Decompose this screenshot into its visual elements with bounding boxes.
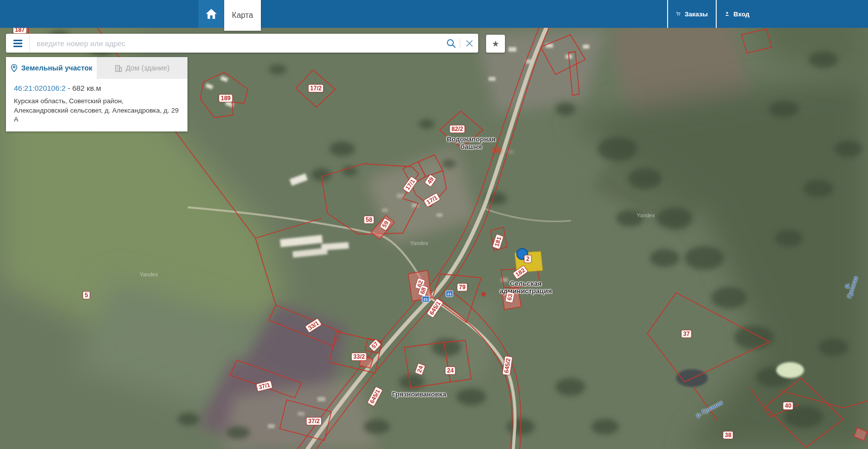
tab-map-label: Карта <box>232 11 253 20</box>
clear-search-button[interactable] <box>460 34 478 53</box>
transit-label[interactable]: 21 <box>422 296 430 303</box>
star-icon: ★ <box>492 39 499 49</box>
parcel-label[interactable]: 82/2 <box>449 125 465 133</box>
parcel-label[interactable]: 40 <box>783 402 793 410</box>
parcel-label[interactable]: 5 <box>83 291 90 299</box>
cadastral-number-link[interactable]: 46:21:020106:2 <box>14 84 65 92</box>
hamburger-icon <box>13 40 22 41</box>
parcel-label[interactable]: 37 <box>681 330 691 338</box>
login-button[interactable]: Вход <box>716 0 757 28</box>
search-input[interactable] <box>30 39 442 48</box>
parcel-label[interactable]: 37/2 <box>306 417 321 425</box>
search-submit-button[interactable] <box>442 34 460 53</box>
watermark-label: Yandex <box>637 212 655 218</box>
clear-icon <box>466 40 473 47</box>
tab-land-parcel-label: Земельный участок <box>21 64 93 72</box>
parcel-label[interactable]: 79 <box>457 283 467 291</box>
place-label: Водонапорная башня <box>447 135 496 150</box>
tab-building-label: Дом (здание) <box>125 64 170 72</box>
parcel-label[interactable]: 63 <box>505 291 515 303</box>
building-icon <box>115 64 122 72</box>
search-bar <box>6 34 478 53</box>
parcel-label[interactable]: 645/2 <box>502 356 512 376</box>
parcel-info-panel: Земельный участок Дом (здание) 46:21:020… <box>6 57 187 131</box>
parcel-label[interactable]: 24 <box>445 367 455 375</box>
login-label: Вход <box>734 10 749 18</box>
favorites-button[interactable]: ★ <box>486 35 505 53</box>
parcel-label[interactable]: 2 <box>524 255 532 263</box>
header-bar: Карта Заказы Вход <box>0 0 868 28</box>
watermark-label: Yandex <box>410 240 429 246</box>
parcel-label[interactable]: 49 <box>424 174 436 188</box>
tab-land-parcel[interactable]: Земельный участок <box>6 57 97 79</box>
water-label: р. Грязная <box>695 399 724 418</box>
water-label: р. Грязная <box>841 274 859 299</box>
parcel-area: 682 кв.м <box>72 84 101 92</box>
parcel-label[interactable]: 17/1 <box>423 192 440 207</box>
watermark-label: Yandex <box>140 271 158 277</box>
parcel-address: Курская область, Советский район, Алекса… <box>14 97 180 125</box>
home-icon <box>205 8 217 19</box>
home-button[interactable] <box>198 0 224 28</box>
parcel-label[interactable]: 33/2 <box>351 353 367 361</box>
menu-button[interactable] <box>6 34 30 53</box>
parcel-label[interactable]: 645/1 <box>367 386 383 406</box>
parcel-label[interactable]: 57 <box>369 339 381 352</box>
parcel-label[interactable]: 37/1 <box>256 380 273 391</box>
parcel-label[interactable]: 33/1 <box>305 318 322 333</box>
parcel-label[interactable]: 59 <box>379 218 392 231</box>
parcel-label[interactable]: 189 <box>219 94 233 102</box>
cadastral-line: 46:21:020106:2 - 682 кв.м <box>14 84 180 92</box>
parcel-label[interactable]: 38 <box>723 431 733 439</box>
tab-map[interactable]: Карта <box>224 0 261 31</box>
parcel-label[interactable]: 17/1 <box>402 176 418 193</box>
parcel-label[interactable]: 181 <box>492 234 504 250</box>
parcel-label[interactable]: 24 <box>415 363 426 376</box>
orders-label: Заказы <box>684 10 708 18</box>
parcel-label[interactable]: 17/2 <box>308 84 323 92</box>
parcel-label[interactable]: 182 <box>512 265 528 279</box>
orders-button[interactable]: Заказы <box>667 0 716 28</box>
cadastral-separator: - <box>65 84 72 92</box>
transit-label[interactable]: 21 <box>446 291 453 297</box>
cart-icon <box>676 9 681 18</box>
place-label: Грязноивановка <box>392 390 446 398</box>
search-icon <box>446 39 456 48</box>
pin-icon <box>10 64 18 72</box>
parcel-label[interactable]: 58 <box>364 216 374 224</box>
tab-building[interactable]: Дом (здание) <box>97 57 187 79</box>
user-icon <box>725 9 730 18</box>
